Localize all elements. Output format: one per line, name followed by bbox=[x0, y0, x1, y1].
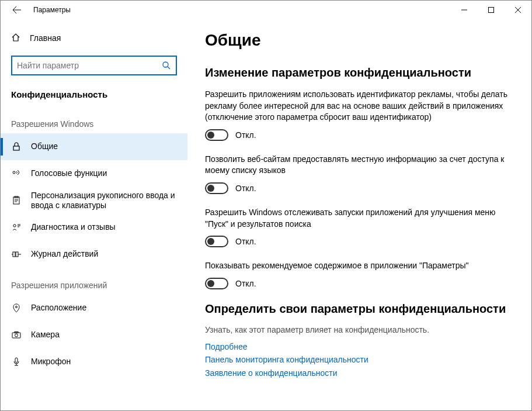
svg-point-1 bbox=[163, 62, 168, 67]
minimize-icon bbox=[461, 7, 467, 13]
link-learn-more[interactable]: Подробнее bbox=[205, 340, 520, 353]
link-privacy-dashboard[interactable]: Панель мониторинга конфиденциальности bbox=[205, 353, 520, 366]
setting-desc: Разрешить приложениям использовать идент… bbox=[205, 89, 514, 123]
svg-rect-10 bbox=[12, 333, 20, 338]
arrow-left-icon bbox=[12, 5, 22, 15]
home-label: Главная bbox=[30, 33, 61, 43]
speech-icon bbox=[11, 168, 22, 179]
svg-point-9 bbox=[16, 306, 18, 308]
window-title: Параметры bbox=[33, 6, 71, 14]
close-icon bbox=[515, 7, 521, 13]
link-privacy-statement[interactable]: Заявление о конфиденциальности bbox=[205, 367, 520, 379]
maximize-icon bbox=[488, 7, 494, 13]
home-icon bbox=[11, 33, 20, 44]
setting-desc: Показывать рекомендуемое содержимое в пр… bbox=[205, 260, 514, 272]
maximize-button[interactable] bbox=[478, 1, 505, 19]
nav-item-inking[interactable]: Персонализация рукописного ввода и ввода… bbox=[1, 187, 187, 214]
lock-icon bbox=[11, 141, 22, 152]
svg-rect-0 bbox=[489, 8, 494, 13]
sidebar-group-app-perms: Разрешения приложений bbox=[1, 268, 187, 295]
section-know-privacy-title: Определить свои параметры конфиденциальн… bbox=[205, 302, 520, 316]
svg-rect-13 bbox=[15, 358, 18, 362]
titlebar: Параметры bbox=[1, 1, 531, 19]
toggle-state-label: Откл. bbox=[235, 130, 256, 140]
nav-item-diagnostics[interactable]: Диагностика и отзывы bbox=[1, 214, 187, 241]
toggle-state-label: Откл. bbox=[235, 279, 256, 288]
section-privacy-change-title: Изменение параметров конфиденциальности bbox=[205, 66, 520, 80]
timeline-icon bbox=[11, 249, 22, 260]
feedback-icon bbox=[11, 222, 22, 233]
search-icon bbox=[162, 61, 171, 70]
nav-item-activity-history[interactable]: Журнал действий bbox=[1, 241, 187, 268]
nav-item-label: Камера bbox=[31, 330, 68, 340]
home-nav[interactable]: Главная bbox=[1, 26, 187, 50]
close-button[interactable] bbox=[505, 1, 531, 19]
microphone-icon bbox=[11, 357, 22, 367]
nav-item-camera[interactable]: Камера bbox=[1, 322, 187, 348]
location-icon bbox=[11, 303, 22, 313]
nav-item-general[interactable]: Общие bbox=[1, 133, 187, 160]
toggle-advertising-id[interactable] bbox=[205, 129, 228, 141]
sidebar-group-windows-perms: Разрешения Windows bbox=[1, 106, 187, 133]
nav-item-microphone[interactable]: Микрофон bbox=[1, 348, 187, 375]
toggle-state-label: Откл. bbox=[235, 237, 256, 246]
links-intro: Узнать, как этот параметр влияет на конф… bbox=[205, 325, 520, 334]
nav-item-label: Расположение bbox=[31, 303, 95, 313]
sidebar: Главная Конфиденциальность Разрешения Wi… bbox=[1, 19, 187, 410]
toggle-language-list[interactable] bbox=[205, 182, 228, 194]
toggle-app-launch-tracking[interactable] bbox=[205, 236, 228, 247]
nav-item-label: Диагностика и отзывы bbox=[31, 222, 124, 233]
nav-item-label: Общие bbox=[31, 141, 66, 152]
svg-point-11 bbox=[15, 334, 18, 337]
search-input[interactable] bbox=[17, 61, 162, 70]
setting-desc: Разрешить Windows отслеживать запуски пр… bbox=[205, 207, 514, 230]
nav-item-location[interactable]: Расположение bbox=[1, 295, 187, 322]
svg-point-6 bbox=[13, 225, 16, 227]
svg-rect-2 bbox=[13, 146, 19, 150]
svg-point-3 bbox=[13, 171, 15, 174]
clipboard-icon bbox=[11, 195, 22, 206]
minimize-button[interactable] bbox=[451, 1, 478, 19]
back-button[interactable] bbox=[5, 1, 29, 19]
toggle-state-label: Откл. bbox=[235, 184, 256, 193]
nav-item-label: Персонализация рукописного ввода и ввода… bbox=[31, 191, 187, 211]
content-area: Общие Изменение параметров конфиденциаль… bbox=[187, 19, 531, 410]
nav-item-speech[interactable]: Голосовые функции bbox=[1, 160, 187, 187]
nav-item-label: Микрофон bbox=[31, 357, 79, 367]
setting-desc: Позволить веб-сайтам предоставлять местн… bbox=[205, 154, 514, 177]
nav-item-label: Журнал действий bbox=[31, 249, 106, 260]
settings-window: Параметры Главная bbox=[0, 0, 532, 411]
svg-rect-7 bbox=[13, 252, 15, 257]
toggle-suggested-content[interactable] bbox=[205, 278, 228, 289]
camera-icon bbox=[11, 330, 22, 340]
search-box[interactable] bbox=[11, 56, 177, 75]
svg-rect-8 bbox=[16, 252, 18, 257]
sidebar-category: Конфиденциальность bbox=[1, 82, 187, 106]
page-title: Общие bbox=[205, 31, 520, 50]
nav-item-label: Голосовые функции bbox=[31, 168, 115, 179]
